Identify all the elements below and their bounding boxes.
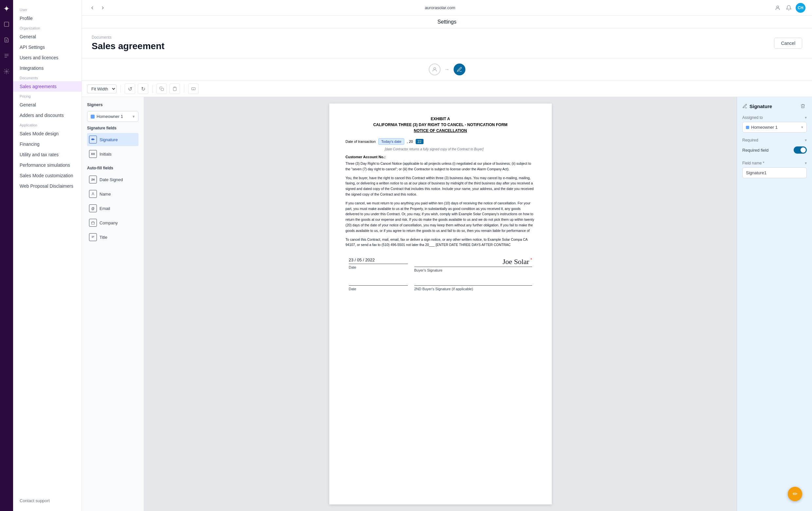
required-label: Required ▾ xyxy=(742,138,807,142)
sidebar-item-integrations[interactable]: Integrations xyxy=(13,63,82,73)
field-item-date-signed[interactable]: 24 Date Signed xyxy=(87,173,139,186)
home-icon[interactable] xyxy=(2,20,11,29)
initials-field-icon: XX xyxy=(89,150,97,158)
toolbar-divider-1 xyxy=(120,85,121,93)
doc-sig-block-buyer-2: 2ND Buyer's Signature (if applicable) xyxy=(414,279,532,291)
doc-date-num: 22 xyxy=(416,139,424,144)
company-icon xyxy=(89,219,97,227)
forward-button[interactable] xyxy=(99,4,107,12)
sidebar-item-sales-mode-custom[interactable]: Sales Mode customization xyxy=(13,170,82,181)
field-name-input[interactable] xyxy=(742,167,807,178)
doc-notice-label: NOTICE OF CANCELLATION xyxy=(346,128,535,133)
avatar-button[interactable]: CH xyxy=(795,3,806,13)
doc-icon[interactable] xyxy=(2,35,11,45)
browser-nav xyxy=(88,4,107,12)
doc-para4: To cancel this Contract, mail, email, fa… xyxy=(346,237,535,248)
doc-viewer[interactable]: EXHIBIT A CALIFORNIA THREE (3) DAY RIGHT… xyxy=(144,97,737,511)
delete-button[interactable] xyxy=(799,102,807,110)
sidebar: User Profile Organization General API Se… xyxy=(13,0,82,511)
sidebar-item-api-settings[interactable]: API Settings xyxy=(13,42,82,52)
breadcrumb: Documents xyxy=(92,35,165,39)
redo-button[interactable]: ↻ xyxy=(138,83,148,94)
url-bar[interactable]: aurorasolar.com xyxy=(107,5,773,10)
field-name-section: Field name * ▾ xyxy=(742,161,807,178)
contact-support[interactable]: Contact support xyxy=(13,495,82,506)
edit-icon xyxy=(742,104,748,109)
pricing-section-label: Pricing xyxy=(13,92,82,100)
field-label-title: Title xyxy=(99,235,107,240)
list-icon[interactable] xyxy=(2,51,11,60)
field-label-company: Company xyxy=(99,220,118,225)
floating-edit-button[interactable]: ✏ xyxy=(788,487,802,501)
assigned-to-label: Assigned to ▾ xyxy=(742,115,807,120)
undo-button[interactable]: ↺ xyxy=(125,83,135,94)
sidebar-item-general-pricing[interactable]: General xyxy=(13,100,82,110)
field-item-email[interactable]: @ Email xyxy=(87,202,139,215)
copy-button[interactable] xyxy=(156,83,167,94)
field-name-label: Field name * ▾ xyxy=(742,161,807,165)
doc-date-field[interactable]: Today's date xyxy=(378,138,404,145)
svg-rect-1 xyxy=(4,22,9,27)
sidebar-item-performance-sims[interactable]: Performance simulations xyxy=(13,160,82,170)
sig-line-date-2 xyxy=(349,285,408,286)
auto-fill-title: Auto-fill fields xyxy=(87,166,139,170)
sig-line-buyer xyxy=(414,267,532,267)
sig-date2-label: Date xyxy=(349,287,408,291)
sidebar-item-utility-tax-rates[interactable]: Utility and tax rates xyxy=(13,150,82,160)
required-field-label: Required field xyxy=(742,148,768,153)
user-section-label: User xyxy=(13,5,82,13)
fit-width-select[interactable]: Fit Width xyxy=(87,84,117,93)
icon-bar xyxy=(0,0,13,511)
keyboard-button[interactable] xyxy=(188,83,199,94)
field-label-signature: Signature xyxy=(99,137,118,142)
signers-panel: Signers Homeowner 1 ▾ Signature fields ✏… xyxy=(82,97,144,511)
floating-edit-icon: ✏ xyxy=(793,490,798,497)
notifications-bell-icon[interactable] xyxy=(784,4,793,12)
doc-signature-section: 23 / 05 / 2022 Date Joe Solar * Buyer's … xyxy=(346,258,535,272)
sidebar-item-profile[interactable]: Profile xyxy=(13,13,82,24)
doc-para2: You, the buyer, have the right to cancel… xyxy=(346,175,535,197)
user-profile-icon[interactable] xyxy=(773,4,782,12)
email-icon: @ xyxy=(89,205,97,212)
trash-icon xyxy=(800,104,806,109)
field-item-signature[interactable]: ✏ Signature xyxy=(87,133,139,146)
sig-buyer2-label: 2ND Buyer's Signature (if applicable) xyxy=(414,287,532,291)
workflow-step-1[interactable] xyxy=(429,63,440,75)
sidebar-item-users-licences[interactable]: Users and licences xyxy=(13,52,82,63)
doc-main-title: CALIFORNIA THREE (3) DAY RIGHT TO CANCEL… xyxy=(346,123,535,127)
field-item-initials[interactable]: XX Initials xyxy=(87,147,139,161)
required-section: Required ▾ Required field xyxy=(742,138,807,156)
field-item-title[interactable]: Title xyxy=(87,231,139,244)
sidebar-item-sales-mode-design[interactable]: Sales Mode design xyxy=(13,128,82,139)
topbar-actions: CH xyxy=(773,3,806,13)
sidebar-item-adders-discounts[interactable]: Adders and discounts xyxy=(13,110,82,120)
sidebar-item-web-proposal[interactable]: Web Proposal Disclaimers xyxy=(13,181,82,191)
svg-point-3 xyxy=(777,6,779,8)
signer-tag[interactable]: Homeowner 1 ▾ xyxy=(87,111,139,122)
sig-required-star: * xyxy=(530,258,532,262)
logo-icon[interactable] xyxy=(2,4,11,13)
required-chevron: ▾ xyxy=(805,138,807,142)
sidebar-item-general-org[interactable]: General xyxy=(13,31,82,42)
org-section-label: Organization xyxy=(13,24,82,31)
cancel-button[interactable]: Cancel xyxy=(774,38,802,49)
right-panel: Signature Assigned to ▾ Homeowner 1 xyxy=(737,97,812,511)
sidebar-item-financing[interactable]: Financing xyxy=(13,139,82,150)
back-button[interactable] xyxy=(88,4,96,12)
doc-customer-label: Customer Account No.: xyxy=(346,155,535,159)
field-item-name[interactable]: Name xyxy=(87,187,139,200)
field-item-company[interactable]: Company xyxy=(87,216,139,229)
paste-button[interactable] xyxy=(170,83,180,94)
toolbar-divider-2 xyxy=(152,85,152,93)
required-toggle[interactable] xyxy=(794,146,807,154)
workflow-step-2[interactable] xyxy=(454,63,465,75)
svg-rect-5 xyxy=(161,88,164,91)
svg-rect-6 xyxy=(174,87,176,87)
sidebar-item-sales-agreements[interactable]: Sales agreements xyxy=(13,81,82,92)
field-label-date-signed: Date Signed xyxy=(99,177,123,182)
settings-icon[interactable] xyxy=(2,67,11,76)
assigned-to-select[interactable]: Homeowner 1 ▾ xyxy=(742,122,807,133)
field-label-initials: Initials xyxy=(99,152,112,157)
doc-sig-block-date-2: Date xyxy=(349,279,408,291)
settings-page-title: Settings xyxy=(438,19,457,25)
